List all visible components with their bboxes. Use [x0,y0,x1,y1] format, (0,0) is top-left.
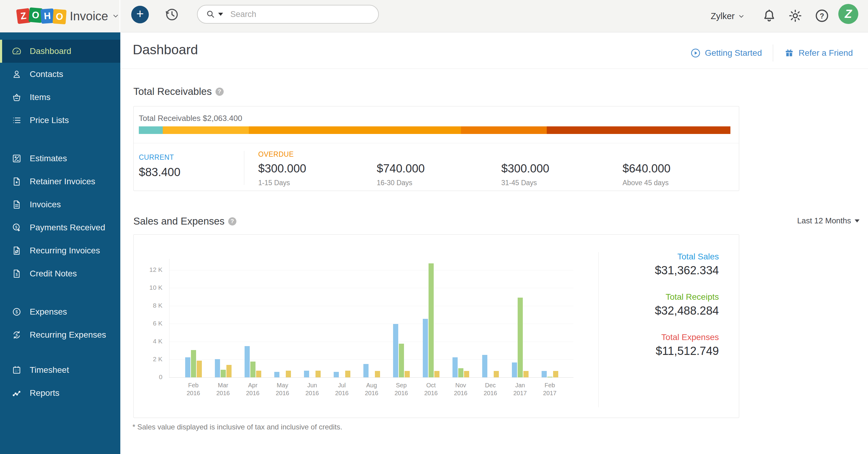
chevron-down-icon[interactable] [112,12,119,20]
help-icon[interactable]: ? [216,88,224,96]
svg-text:$: $ [15,225,17,230]
receipts-bar [191,350,196,377]
x-tick-month: Mar [208,382,238,389]
refer-a-friend-link[interactable]: Refer a Friend [784,48,853,58]
total-value: $32,488.284 [655,304,719,317]
sidebar-item-estimates[interactable]: Estimates [0,147,120,170]
total-entry-total-expenses: Total Expenses$11,512.749 [655,332,719,358]
settings-gear-icon[interactable] [787,8,803,24]
search-scope-caret-icon[interactable] [218,13,223,16]
total-label: Total Receipts [655,292,719,302]
expenses-bar [286,371,291,377]
expenses-bar [226,365,231,377]
help-icon[interactable]: ? [814,8,830,24]
x-tick-month: Aug [357,382,386,389]
org-switcher[interactable]: Zylker [711,0,745,32]
bucket-value: $740.000 [377,162,425,175]
stat-overdue-2: $740.000 16-30 Days [377,162,425,187]
expense-dollar-icon: $ [11,307,22,317]
payment-received-icon: $ [11,222,22,233]
total-value: $11,512.749 [655,344,719,358]
logo-tile-o2: O [53,9,66,25]
receivables-bar-segment-45plus[interactable] [547,126,731,134]
person-icon [11,69,22,80]
sales-bar [482,355,487,377]
search-bar[interactable] [197,5,379,24]
stat-overdue-3: $300.000 31-45 Days [501,162,550,187]
x-tick-month: Nov [446,382,475,389]
sidebar-item-recurring-expenses[interactable]: $ Recurring Expenses [0,323,120,346]
x-tick-year: 2016 [238,390,268,397]
notifications-bell-icon[interactable] [761,8,777,24]
logo-tile-o1: O [29,7,43,23]
receipts-bar [518,298,523,377]
sidebar-item-label: Contacts [30,69,63,79]
date-range-selector[interactable]: Last 12 Months [797,216,860,225]
receivables-bar-segment-1-15[interactable] [163,126,249,134]
sidebar-item-dashboard[interactable]: Dashboard [0,40,120,63]
zoho-logo[interactable]: Z O H O Invoice [0,0,120,32]
sidebar-item-label: Invoices [30,200,61,209]
receivables-bar-segment-31-45[interactable] [461,126,547,134]
sales-bar [274,372,279,377]
y-tick-label: 0 [134,373,162,381]
x-tick-month: Jan [505,382,535,389]
receipts-bar [250,362,255,377]
receivables-total-value: $2,063.400 [203,114,242,123]
sales-section-title: Sales and Expenses ? [133,215,237,227]
receipts-bar [399,344,404,377]
help-icon[interactable]: ? [228,217,237,225]
receipts-bar [547,377,553,377]
x-tick-year: 2017 [505,390,535,397]
sidebar-item-payments-received[interactable]: $ Payments Received [0,216,120,239]
topbar: Z O H O Invoice + Zylker [0,0,868,32]
chevron-down-icon [855,219,860,222]
sidebar-item-expenses[interactable]: $ Expenses [0,300,120,323]
grid-line-4 K [169,341,574,342]
sidebar-item-reports[interactable]: Reports [0,382,120,404]
svg-text:$: $ [16,309,18,314]
sidebar-item-contacts[interactable]: Contacts [0,63,120,86]
getting-started-link[interactable]: Getting Started [690,48,762,58]
bucket-value: $300.000 [501,162,550,175]
y-tick-label: 8 K [134,302,162,309]
sidebar-item-invoices[interactable]: Invoices [0,193,120,216]
sidebar-item-label: Recurring Expenses [30,330,106,340]
sidebar-item-recurring-invoices[interactable]: Recurring Invoices [0,239,120,262]
sidebar-item-label: Items [30,92,50,102]
search-input[interactable] [230,9,375,20]
grid-line-8 K [169,306,574,306]
grid-line-2 K [169,359,574,360]
receivables-bar-segment-16-30[interactable] [249,126,461,134]
receivables-section-title: Total Receivables ? [133,86,224,97]
x-tick-year: 2016 [268,390,297,397]
receivables-bar-segment-current[interactable] [139,126,163,134]
sidebar-item-label: Estimates [30,154,67,163]
app-window: Z O H O Invoice + Zylker [0,0,868,454]
sidebar-item-label: Credit Notes [30,269,77,278]
sidebar-item-timesheet[interactable]: Timesheet [0,359,120,382]
gift-icon [784,48,794,58]
sidebar-item-retainer-invoices[interactable]: Retainer Invoices [0,170,120,193]
grid-line-12 K [169,270,574,270]
receivables-bar [139,126,731,134]
dashboard-gauge-icon [11,46,22,56]
bucket-label: 1-15 Days [258,179,306,187]
sidebar-item-credit-notes[interactable]: $ Credit Notes [0,262,120,285]
chevron-down-icon [738,13,745,20]
sidebar-item-label: Dashboard [30,47,71,56]
document-star-icon [11,176,22,187]
recent-history-icon[interactable] [164,7,180,23]
y-tick-label: 6 K [134,320,162,327]
quick-create-button[interactable]: + [131,6,149,23]
expenses-bar [494,371,499,377]
x-tick-year: 2016 [179,390,208,397]
sales-bar [512,362,517,377]
sidebar-item-items[interactable]: Items [0,86,120,109]
sidebar-item-label: Retainer Invoices [30,177,95,186]
user-avatar[interactable]: Z [838,4,858,24]
expenses-bar [197,361,202,377]
receipts-bar [458,368,463,377]
sidebar-item-price-lists[interactable]: Price Lists [0,109,120,132]
stat-current: CURRENT $83.400 [139,153,180,179]
